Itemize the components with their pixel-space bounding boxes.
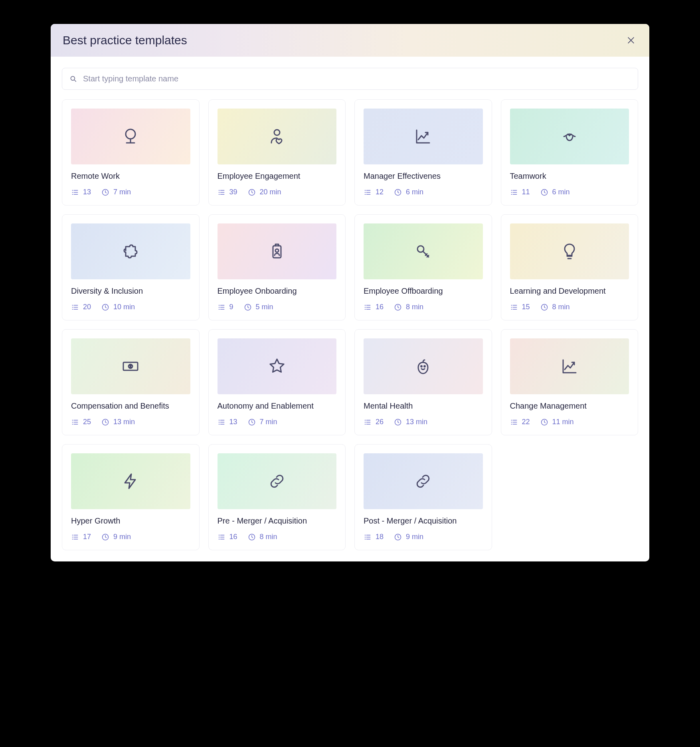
clock-icon	[540, 188, 548, 196]
template-thumbnail	[510, 223, 629, 279]
question-count-value: 16	[376, 303, 384, 311]
duration-value: 11 min	[552, 418, 574, 426]
duration-value: 8 min	[406, 303, 423, 311]
template-title: Employee Onboarding	[218, 287, 337, 296]
question-count-value: 20	[83, 303, 91, 311]
template-card[interactable]: Manager Effectivenes 12 6 min	[354, 99, 492, 206]
question-count: 39	[218, 188, 237, 196]
lightning-icon	[121, 472, 140, 491]
question-count: 22	[510, 418, 530, 426]
question-count-value: 17	[83, 533, 91, 541]
duration: 7 min	[248, 418, 277, 426]
template-title: Employee Engagement	[218, 172, 337, 181]
list-icon	[71, 418, 79, 426]
template-thumbnail	[71, 109, 190, 164]
template-thumbnail	[510, 338, 629, 394]
duration: 6 min	[394, 188, 423, 196]
list-icon	[510, 418, 518, 426]
duration-value: 10 min	[113, 303, 135, 311]
duration: 11 min	[540, 418, 574, 426]
template-card[interactable]: Change Management 22 11 min	[501, 329, 639, 435]
template-card[interactable]: Pre - Merger / Acquisition 16 8 min	[208, 444, 346, 550]
template-meta: 25 13 min	[71, 418, 190, 426]
clock-icon	[394, 533, 402, 541]
clock-icon	[101, 188, 109, 196]
template-card[interactable]: Hyper Growth 17 9 min	[62, 444, 200, 550]
template-card[interactable]: Autonomy and Enablement 13 7 min	[208, 329, 346, 435]
question-count: 16	[218, 533, 237, 541]
template-thumbnail	[364, 223, 483, 279]
lightbulb-icon	[560, 242, 579, 261]
template-thumbnail	[71, 453, 190, 509]
question-count: 20	[71, 303, 91, 311]
template-title: Manager Effectivenes	[364, 172, 483, 181]
list-icon	[510, 188, 518, 196]
template-card[interactable]: Employee Engagement 39 20 min	[208, 99, 346, 206]
template-meta: 9 5 min	[218, 303, 337, 311]
duration-value: 13 min	[406, 418, 427, 426]
question-count-value: 12	[376, 188, 384, 196]
template-meta: 16 8 min	[218, 533, 337, 541]
question-count: 13	[218, 418, 237, 426]
template-card[interactable]: Employee Onboarding 9 5 min	[208, 214, 346, 320]
search-input[interactable]	[82, 74, 631, 84]
template-title: Remote Work	[71, 172, 190, 181]
question-count: 12	[364, 188, 384, 196]
template-meta: 16 8 min	[364, 303, 483, 311]
question-count: 26	[364, 418, 384, 426]
clock-icon	[248, 188, 256, 196]
list-icon	[218, 188, 225, 196]
duration: 8 min	[540, 303, 570, 311]
template-title: Post - Merger / Acquisition	[364, 516, 483, 526]
question-count-value: 13	[229, 418, 237, 426]
clock-icon	[394, 303, 402, 311]
question-count: 25	[71, 418, 91, 426]
duration-value: 8 min	[552, 303, 570, 311]
template-card[interactable]: Compensation and Benefits 25 13 min	[62, 329, 200, 435]
link-icon	[413, 472, 433, 491]
question-count: 11	[510, 188, 530, 196]
template-card[interactable]: Post - Merger / Acquisition 18 9 min	[354, 444, 492, 550]
close-button[interactable]	[625, 34, 637, 47]
duration-value: 9 min	[113, 533, 131, 541]
template-card[interactable]: Employee Offboarding 16 8 min	[354, 214, 492, 320]
template-title: Teamwork	[510, 172, 629, 181]
template-card[interactable]: Remote Work 13 7 min	[62, 99, 200, 206]
question-count: 17	[71, 533, 91, 541]
puzzle-piece-icon	[121, 242, 140, 261]
clock-icon	[244, 303, 252, 311]
template-thumbnail	[510, 109, 629, 164]
template-card[interactable]: Teamwork 11 6 min	[501, 99, 639, 206]
duration: 13 min	[101, 418, 135, 426]
list-icon	[364, 303, 372, 311]
template-meta: 13 7 min	[71, 188, 190, 196]
duration: 5 min	[244, 303, 273, 311]
template-card[interactable]: Learning and Development 15 8 min	[501, 214, 639, 320]
duration: 8 min	[248, 533, 277, 541]
duration: 10 min	[101, 303, 135, 311]
template-thumbnail	[364, 338, 483, 394]
clock-icon	[540, 418, 548, 426]
search-bar[interactable]	[62, 68, 638, 90]
template-thumbnail	[364, 453, 483, 509]
clock-icon	[101, 418, 109, 426]
duration-value: 9 min	[406, 533, 423, 541]
growth-chart-icon	[560, 357, 579, 376]
money-bill-icon	[121, 357, 140, 376]
link-icon	[267, 472, 287, 491]
template-title: Autonomy and Enablement	[218, 401, 337, 411]
question-count-value: 15	[522, 303, 530, 311]
clock-icon	[394, 188, 402, 196]
template-title: Employee Offboarding	[364, 287, 483, 296]
template-card[interactable]: Mental Health 26 13 min	[354, 329, 492, 435]
template-card[interactable]: Diversity & Inclusion 20 10 min	[62, 214, 200, 320]
list-icon	[218, 418, 225, 426]
duration-value: 20 min	[260, 188, 281, 196]
template-title: Change Management	[510, 401, 629, 411]
template-meta: 26 13 min	[364, 418, 483, 426]
template-title: Compensation and Benefits	[71, 401, 190, 411]
clock-icon	[394, 418, 402, 426]
template-meta: 20 10 min	[71, 303, 190, 311]
question-count: 15	[510, 303, 530, 311]
key-icon	[413, 242, 433, 261]
